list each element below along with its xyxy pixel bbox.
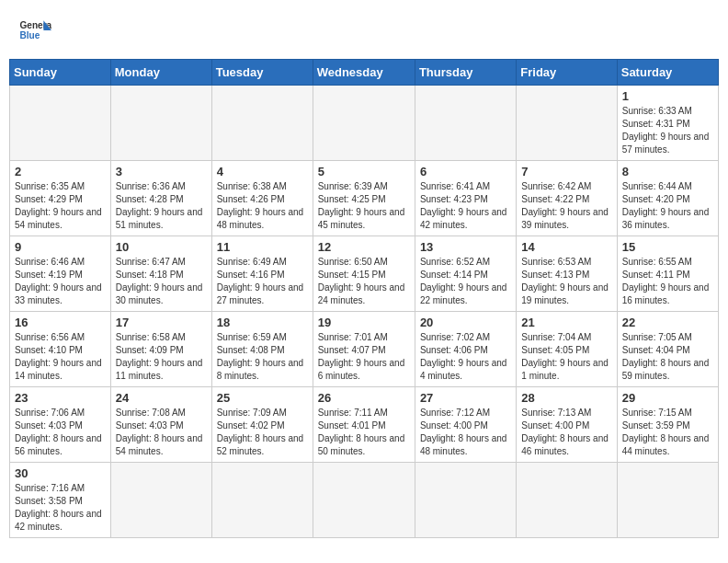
calendar-cell: 4Sunrise: 6:38 AM Sunset: 4:26 PM Daylig… — [211, 161, 313, 236]
day-number: 28 — [521, 391, 611, 405]
day-number: 27 — [420, 391, 511, 405]
day-number: 8 — [622, 165, 713, 178]
calendar-header-sunday: Sunday — [10, 60, 111, 86]
calendar-header-thursday: Thursday — [415, 60, 516, 86]
calendar-cell: 8Sunrise: 6:44 AM Sunset: 4:20 PM Daylig… — [617, 161, 718, 236]
calendar-cell: 17Sunrise: 6:58 AM Sunset: 4:09 PM Dayli… — [110, 312, 211, 387]
calendar-cell: 23Sunrise: 7:06 AM Sunset: 4:03 PM Dayli… — [10, 387, 111, 463]
calendar-week-row: 16Sunrise: 6:56 AM Sunset: 4:10 PM Dayli… — [10, 312, 719, 387]
calendar-cell — [211, 86, 313, 161]
day-info: Sunrise: 6:44 AM Sunset: 4:20 PM Dayligh… — [622, 180, 713, 232]
day-number: 14 — [521, 240, 611, 254]
day-number: 9 — [15, 240, 106, 254]
calendar-cell: 19Sunrise: 7:01 AM Sunset: 4:07 PM Dayli… — [313, 312, 415, 387]
calendar-header-tuesday: Tuesday — [211, 60, 313, 86]
logo: General Blue — [18, 14, 51, 47]
calendar-cell — [313, 463, 415, 538]
calendar-cell — [415, 463, 516, 538]
day-info: Sunrise: 6:42 AM Sunset: 4:22 PM Dayligh… — [521, 180, 611, 232]
day-number: 13 — [420, 240, 511, 254]
day-number: 18 — [217, 316, 308, 329]
calendar-cell: 2Sunrise: 6:35 AM Sunset: 4:29 PM Daylig… — [10, 161, 111, 236]
day-info: Sunrise: 6:59 AM Sunset: 4:08 PM Dayligh… — [217, 331, 308, 383]
day-info: Sunrise: 7:06 AM Sunset: 4:03 PM Dayligh… — [15, 407, 106, 458]
calendar-cell: 13Sunrise: 6:52 AM Sunset: 4:14 PM Dayli… — [415, 236, 516, 312]
day-info: Sunrise: 7:09 AM Sunset: 4:02 PM Dayligh… — [217, 407, 308, 458]
calendar-header-friday: Friday — [517, 60, 617, 86]
day-number: 4 — [217, 165, 308, 178]
day-number: 19 — [318, 316, 410, 329]
calendar-cell: 3Sunrise: 6:36 AM Sunset: 4:28 PM Daylig… — [110, 161, 211, 236]
day-number: 22 — [622, 316, 713, 329]
day-info: Sunrise: 6:55 AM Sunset: 4:11 PM Dayligh… — [622, 256, 713, 307]
day-number: 17 — [116, 316, 207, 329]
calendar-header-row: SundayMondayTuesdayWednesdayThursdayFrid… — [10, 60, 719, 86]
calendar-cell: 5Sunrise: 6:39 AM Sunset: 4:25 PM Daylig… — [313, 161, 415, 236]
day-info: Sunrise: 6:47 AM Sunset: 4:18 PM Dayligh… — [116, 256, 207, 307]
day-number: 6 — [420, 165, 511, 178]
day-info: Sunrise: 6:35 AM Sunset: 4:29 PM Dayligh… — [15, 180, 106, 232]
day-number: 23 — [15, 391, 106, 405]
day-info: Sunrise: 7:05 AM Sunset: 4:04 PM Dayligh… — [622, 331, 713, 383]
day-number: 20 — [420, 316, 511, 329]
calendar-week-row: 23Sunrise: 7:06 AM Sunset: 4:03 PM Dayli… — [10, 387, 719, 463]
calendar-table: SundayMondayTuesdayWednesdayThursdayFrid… — [9, 59, 719, 538]
day-number: 29 — [622, 391, 713, 405]
day-info: Sunrise: 7:12 AM Sunset: 4:00 PM Dayligh… — [420, 407, 511, 458]
day-number: 1 — [622, 89, 713, 103]
day-info: Sunrise: 6:58 AM Sunset: 4:09 PM Dayligh… — [116, 331, 207, 383]
calendar-cell: 12Sunrise: 6:50 AM Sunset: 4:15 PM Dayli… — [313, 236, 415, 312]
calendar-week-row: 30Sunrise: 7:16 AM Sunset: 3:58 PM Dayli… — [10, 463, 719, 538]
calendar-cell — [211, 463, 313, 538]
day-number: 25 — [217, 391, 308, 405]
day-number: 11 — [217, 240, 308, 254]
calendar-cell: 18Sunrise: 6:59 AM Sunset: 4:08 PM Dayli… — [211, 312, 313, 387]
day-info: Sunrise: 7:08 AM Sunset: 4:03 PM Dayligh… — [116, 407, 207, 458]
calendar-week-row: 2Sunrise: 6:35 AM Sunset: 4:29 PM Daylig… — [10, 161, 719, 236]
day-info: Sunrise: 6:46 AM Sunset: 4:19 PM Dayligh… — [15, 256, 106, 307]
calendar-cell — [110, 463, 211, 538]
logo-icon: General Blue — [18, 14, 51, 47]
day-number: 30 — [15, 466, 106, 480]
calendar-header-wednesday: Wednesday — [313, 60, 415, 86]
calendar-cell: 26Sunrise: 7:11 AM Sunset: 4:01 PM Dayli… — [313, 387, 415, 463]
day-info: Sunrise: 7:11 AM Sunset: 4:01 PM Dayligh… — [318, 407, 410, 458]
calendar-cell: 1Sunrise: 6:33 AM Sunset: 4:31 PM Daylig… — [617, 86, 718, 161]
day-info: Sunrise: 7:16 AM Sunset: 3:58 PM Dayligh… — [15, 482, 106, 534]
page-header: General Blue — [9, 9, 719, 52]
calendar-cell: 14Sunrise: 6:53 AM Sunset: 4:13 PM Dayli… — [517, 236, 617, 312]
calendar-cell: 27Sunrise: 7:12 AM Sunset: 4:00 PM Dayli… — [415, 387, 516, 463]
calendar-header-saturday: Saturday — [617, 60, 718, 86]
calendar-cell — [10, 86, 111, 161]
day-number: 15 — [622, 240, 713, 254]
calendar-cell: 7Sunrise: 6:42 AM Sunset: 4:22 PM Daylig… — [517, 161, 617, 236]
calendar-cell: 25Sunrise: 7:09 AM Sunset: 4:02 PM Dayli… — [211, 387, 313, 463]
day-number: 21 — [521, 316, 611, 329]
day-number: 24 — [116, 391, 207, 405]
day-info: Sunrise: 7:15 AM Sunset: 3:59 PM Dayligh… — [622, 407, 713, 458]
calendar-cell: 6Sunrise: 6:41 AM Sunset: 4:23 PM Daylig… — [415, 161, 516, 236]
day-number: 16 — [15, 316, 106, 329]
day-info: Sunrise: 6:52 AM Sunset: 4:14 PM Dayligh… — [420, 256, 511, 307]
day-info: Sunrise: 6:50 AM Sunset: 4:15 PM Dayligh… — [318, 256, 410, 307]
calendar-cell: 15Sunrise: 6:55 AM Sunset: 4:11 PM Dayli… — [617, 236, 718, 312]
day-info: Sunrise: 6:39 AM Sunset: 4:25 PM Dayligh… — [318, 180, 410, 232]
day-info: Sunrise: 6:38 AM Sunset: 4:26 PM Dayligh… — [217, 180, 308, 232]
day-info: Sunrise: 7:01 AM Sunset: 4:07 PM Dayligh… — [318, 331, 410, 383]
calendar-header-monday: Monday — [110, 60, 211, 86]
day-number: 26 — [318, 391, 410, 405]
day-number: 12 — [318, 240, 410, 254]
day-info: Sunrise: 6:36 AM Sunset: 4:28 PM Dayligh… — [116, 180, 207, 232]
day-info: Sunrise: 6:41 AM Sunset: 4:23 PM Dayligh… — [420, 180, 511, 232]
day-number: 2 — [15, 165, 106, 178]
calendar-cell — [517, 86, 617, 161]
day-info: Sunrise: 7:02 AM Sunset: 4:06 PM Dayligh… — [420, 331, 511, 383]
calendar-cell — [617, 463, 718, 538]
day-info: Sunrise: 6:33 AM Sunset: 4:31 PM Dayligh… — [622, 105, 713, 156]
calendar-cell: 9Sunrise: 6:46 AM Sunset: 4:19 PM Daylig… — [10, 236, 111, 312]
calendar-cell: 30Sunrise: 7:16 AM Sunset: 3:58 PM Dayli… — [10, 463, 111, 538]
calendar-week-row: 1Sunrise: 6:33 AM Sunset: 4:31 PM Daylig… — [10, 86, 719, 161]
day-info: Sunrise: 7:04 AM Sunset: 4:05 PM Dayligh… — [521, 331, 611, 383]
calendar-cell: 20Sunrise: 7:02 AM Sunset: 4:06 PM Dayli… — [415, 312, 516, 387]
calendar-cell: 29Sunrise: 7:15 AM Sunset: 3:59 PM Dayli… — [617, 387, 718, 463]
